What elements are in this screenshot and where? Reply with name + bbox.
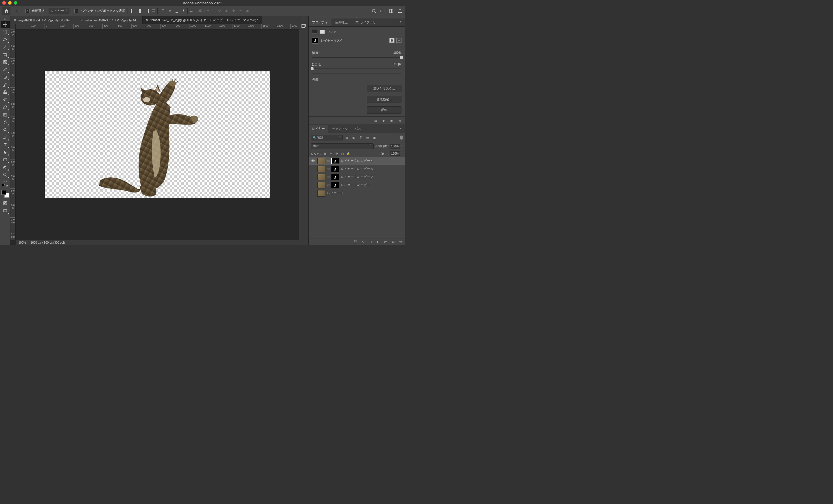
- foreground-color[interactable]: [1, 190, 6, 195]
- layer-filter-kind-select[interactable]: 🔍種類˅: [311, 135, 343, 141]
- pen-tool[interactable]: [1, 133, 10, 141]
- new-group-icon[interactable]: 🗀: [383, 240, 387, 244]
- zoom-level[interactable]: 100%: [19, 241, 26, 244]
- mask-thumbnail[interactable]: [331, 166, 339, 172]
- select-and-mask-button[interactable]: 選択とマスク...: [367, 85, 402, 92]
- delete-mask-icon[interactable]: 🗑: [398, 119, 402, 123]
- mask-link-icon[interactable]: ⛓: [327, 168, 329, 171]
- align-middle-icon[interactable]: ＝: [167, 8, 173, 14]
- lock-transparency-icon[interactable]: ▦: [323, 152, 327, 156]
- lock-pixels-icon[interactable]: ✎: [329, 152, 333, 156]
- add-vector-mask-icon[interactable]: ▱: [396, 38, 402, 43]
- gradient-tool[interactable]: [1, 111, 10, 119]
- align-top-icon[interactable]: ▔: [160, 8, 166, 14]
- mask-link-icon[interactable]: ⛓: [327, 184, 329, 187]
- move-tool-icon[interactable]: ˅: [15, 8, 21, 14]
- layer-name[interactable]: レイヤー 0: [327, 191, 342, 195]
- eraser-tool[interactable]: [1, 103, 10, 111]
- healing-brush-tool[interactable]: [1, 73, 10, 81]
- screen-mode-tool[interactable]: [1, 207, 10, 215]
- apply-mask-icon[interactable]: ◆: [381, 119, 386, 123]
- default-colors-icon[interactable]: [2, 184, 5, 187]
- share-icon[interactable]: [398, 8, 403, 14]
- layer-name[interactable]: レイヤー 0 のコピー: [341, 183, 370, 187]
- delete-layer-icon[interactable]: 🗑: [399, 240, 403, 244]
- canvas[interactable]: [45, 71, 270, 198]
- status-more-icon[interactable]: ›: [69, 241, 70, 244]
- blur-tool[interactable]: [1, 119, 10, 126]
- tab-properties[interactable]: プロパティ: [309, 19, 331, 26]
- align-bottom-icon[interactable]: ▁: [174, 8, 180, 14]
- workspace-icon[interactable]: [389, 8, 394, 14]
- mask-thumbnail[interactable]: [331, 158, 339, 164]
- layer-name[interactable]: レイヤー 0 のコピー 3: [341, 167, 373, 171]
- filter-type-icon[interactable]: T: [358, 135, 363, 140]
- layer-fx-icon[interactable]: fx: [361, 240, 365, 244]
- tab-paths[interactable]: パス: [351, 125, 364, 133]
- pixel-mask-icon[interactable]: [312, 30, 317, 34]
- mask-thumbnail[interactable]: [331, 174, 339, 180]
- layer-visibility-icon[interactable]: 👁: [310, 159, 315, 163]
- more-options-icon[interactable]: •••: [190, 9, 193, 13]
- auto-select-checkbox[interactable]: [25, 9, 29, 13]
- layer-item[interactable]: 👁⛓レイヤー 0 のコピー 4: [309, 157, 405, 165]
- panel-menu-icon[interactable]: ≡: [396, 19, 405, 26]
- tab-channels[interactable]: チャンネル: [328, 125, 351, 133]
- color-range-button[interactable]: 色域指定...: [367, 96, 402, 103]
- lock-position-icon[interactable]: ✥: [335, 152, 339, 156]
- brush-tool[interactable]: [1, 81, 10, 89]
- filter-toggle-icon[interactable]: [400, 135, 403, 140]
- close-tab-icon[interactable]: ×: [80, 18, 83, 22]
- screen-mode-icon[interactable]: ˅: [380, 8, 385, 14]
- mask-link-icon[interactable]: ⛓: [327, 176, 329, 179]
- tab-layers[interactable]: レイヤー: [309, 125, 328, 133]
- search-icon[interactable]: [372, 8, 377, 14]
- layer-thumbnail[interactable]: [317, 166, 325, 172]
- panel-menu-icon[interactable]: ≡: [396, 125, 405, 133]
- vector-mask-icon[interactable]: [319, 30, 325, 34]
- layer-item[interactable]: ⛓レイヤー 0 のコピー: [309, 181, 405, 189]
- color-swatches[interactable]: [1, 190, 9, 198]
- window-minimize-button[interactable]: [8, 1, 11, 5]
- layer-thumbnail[interactable]: [317, 190, 325, 197]
- doc-dimensions[interactable]: 1600 px x 900 px (300 ppi): [31, 241, 65, 244]
- density-value[interactable]: 100%: [394, 51, 402, 55]
- eyedropper-tool[interactable]: [1, 66, 10, 73]
- edit-toolbar-icon[interactable]: •••: [0, 179, 10, 183]
- filter-smart-icon[interactable]: ▣: [372, 135, 377, 140]
- select-pixel-mask-icon[interactable]: [389, 38, 395, 43]
- link-layers-icon[interactable]: ⛓: [353, 240, 357, 244]
- blend-mode-select[interactable]: 通常˅: [311, 143, 374, 149]
- tab-cc-libraries[interactable]: CC ライブラリ: [351, 19, 379, 26]
- dodge-tool[interactable]: [1, 126, 10, 133]
- bounding-box-checkbox[interactable]: [74, 9, 78, 13]
- layer-item[interactable]: ⛓レイヤー 0 のコピー 2: [309, 173, 405, 181]
- disable-mask-icon[interactable]: ◉: [389, 119, 394, 123]
- filter-shape-icon[interactable]: ▭: [365, 135, 370, 140]
- marquee-tool[interactable]: [1, 28, 10, 36]
- feather-value[interactable]: 0.0 px: [393, 62, 402, 67]
- frame-tool[interactable]: [1, 58, 10, 66]
- crop-tool[interactable]: [1, 51, 10, 58]
- magic-wand-tool[interactable]: [1, 43, 10, 51]
- filter-pixel-icon[interactable]: ▦: [344, 135, 349, 140]
- fill-value[interactable]: 100%: [389, 151, 400, 156]
- align-right-icon[interactable]: ▕▐: [144, 8, 150, 14]
- distribute-h-icon[interactable]: ☰: [152, 9, 155, 13]
- mask-thumbnail[interactable]: [331, 182, 339, 188]
- move-tool[interactable]: [1, 21, 10, 28]
- mask-link-icon[interactable]: ⛓: [327, 159, 329, 162]
- auto-select-target-select[interactable]: レイヤー: [49, 8, 69, 14]
- layer-name[interactable]: レイヤー 0 のコピー 4: [341, 159, 373, 163]
- opacity-value[interactable]: 100%: [389, 144, 400, 149]
- layer-item[interactable]: レイヤー 0: [309, 189, 405, 197]
- invert-button[interactable]: 反転: [367, 106, 402, 114]
- feather-slider[interactable]: [312, 67, 402, 70]
- clone-stamp-tool[interactable]: [1, 89, 10, 96]
- quick-mask-icon[interactable]: [1, 199, 10, 207]
- document-tab[interactable]: ×sayaIMGL8064_TP_V.jpg @ 86.7% (...: [10, 16, 77, 24]
- swap-colors-icon[interactable]: ⇄: [6, 184, 8, 187]
- ruler-vertical[interactable]: 3 0 02 0 01 0 001 0 02 0 03 0 04 0 05 0 …: [10, 29, 16, 240]
- layer-item[interactable]: ⛓レイヤー 0 のコピー 3: [309, 165, 405, 173]
- new-layer-icon[interactable]: ⊞: [391, 240, 395, 244]
